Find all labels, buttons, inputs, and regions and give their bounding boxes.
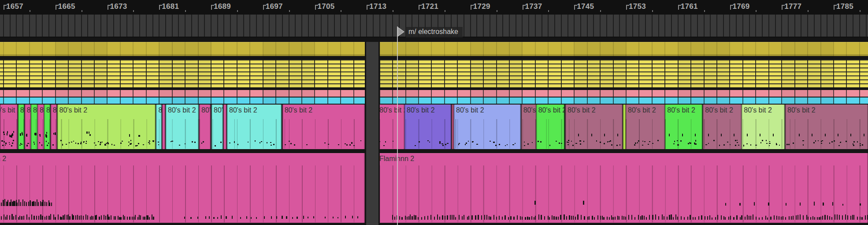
clip[interactable] (162, 105, 166, 149)
clip[interactable]: 80's bit 2 (703, 105, 741, 149)
clip[interactable]: 80's bit 2 (156, 105, 162, 149)
midi-note (534, 217, 534, 220)
midi-note (860, 217, 861, 220)
clip-label: 80's bit 2 (33, 106, 37, 114)
midi-note (657, 140, 659, 141)
midi-note (857, 141, 858, 142)
ruler-minor-tick (497, 10, 497, 12)
midi-note (525, 217, 526, 220)
beat-time-ruler[interactable]: 1657166516731681168916971705171317211729… (0, 0, 868, 15)
clip[interactable]: 80's bit 2 (565, 105, 623, 149)
midi-note (476, 144, 478, 145)
clip[interactable]: 80's bit 2 (0, 105, 18, 149)
ruler-minor-tick (652, 10, 653, 12)
midi-note (385, 141, 386, 142)
midi-note (793, 216, 794, 220)
midi-note (37, 199, 37, 206)
midi-note (534, 201, 536, 205)
clip[interactable]: 80's bit 2 (785, 105, 868, 149)
midi-note (128, 145, 129, 146)
clip[interactable]: 80's bit 2 (521, 105, 536, 149)
clip-bar-gridlines (199, 119, 211, 149)
midi-note (707, 216, 708, 220)
clip[interactable]: 80's bit 2 (199, 105, 211, 149)
track-flaminnn[interactable]: Flaminnn 2Flaminnn 2 (0, 153, 868, 223)
midi-note (1, 216, 2, 220)
midi-note (558, 217, 559, 220)
midi-note (20, 202, 21, 206)
midi-note (861, 217, 862, 220)
clip[interactable]: 80's bit 2 (227, 105, 282, 149)
midi-note (623, 216, 624, 220)
midi-note (721, 134, 722, 136)
midi-note (529, 217, 530, 220)
midi-note (634, 217, 635, 220)
clip[interactable]: Flaminnn 2 (0, 153, 365, 223)
midi-note (11, 199, 11, 206)
clip[interactable] (623, 105, 626, 149)
clip[interactable]: 80's bit 2 (404, 105, 451, 149)
midi-note (695, 140, 697, 141)
scrub-area[interactable] (0, 15, 868, 38)
clip[interactable]: 80's bit 2 (211, 105, 223, 149)
ruler-bar-label: 1673 (110, 2, 127, 11)
clip[interactable]: 80's bit 2 (18, 105, 25, 149)
midi-note (688, 143, 689, 144)
midi-note (735, 140, 736, 141)
clip-bar-gridlines (665, 119, 702, 149)
midi-note (527, 217, 528, 220)
clip[interactable]: 80's bit 2 (25, 105, 31, 149)
midi-note (779, 216, 779, 220)
midi-note (493, 215, 494, 220)
track-lane-cyan-strip[interactable] (0, 98, 868, 104)
clip[interactable]: 80's bit 2 (51, 105, 57, 149)
midi-note (864, 134, 864, 136)
clip[interactable]: 80's bit 2 (377, 105, 404, 149)
clip[interactable]: 80's bit 2 (31, 105, 37, 149)
midi-note (712, 218, 712, 220)
clip[interactable]: 80's bit 2 (665, 105, 702, 149)
clip[interactable]: 80's bit 2 (282, 105, 365, 149)
track-lane-salmon-strip[interactable] (0, 90, 868, 97)
midi-note (607, 217, 608, 220)
midi-note (786, 203, 786, 206)
midi-note (415, 215, 416, 220)
track-lane-yellow-notes-grid[interactable] (0, 60, 868, 87)
clip-label: Flaminnn 2 (379, 155, 414, 163)
midi-note (596, 140, 597, 142)
midi-note (839, 215, 840, 220)
clip[interactable]: 80's bit 2 (166, 105, 199, 149)
midi-note (674, 141, 675, 142)
midi-note (510, 216, 511, 220)
clip[interactable]: Flaminnn 2 (377, 153, 868, 223)
midi-note (803, 144, 804, 146)
midi-note (655, 214, 656, 220)
clip-label: 80's bit 2 (27, 106, 31, 114)
track-lane-mustard-clip[interactable] (0, 42, 868, 56)
midi-note (495, 145, 497, 146)
midi-note (124, 216, 125, 220)
clip[interactable]: 80's bit 2 (57, 105, 156, 149)
midi-note (346, 144, 347, 146)
midi-note (745, 217, 746, 220)
clip[interactable]: 80's bit 2 (37, 105, 44, 149)
midi-note (427, 140, 429, 141)
midi-note (505, 145, 506, 146)
clip[interactable]: 80's bit 2 (742, 105, 785, 149)
midi-note (783, 216, 783, 220)
midi-note (12, 142, 13, 143)
midi-note (33, 201, 34, 206)
clip[interactable]: 80's bit 2 (536, 105, 565, 149)
midi-note (46, 216, 47, 220)
midi-note (412, 216, 412, 220)
track-80s-bit[interactable]: 80's bit 280's bit 280's bit 280's bit 2… (0, 105, 868, 149)
clip[interactable]: 80's bit 2 (626, 105, 665, 149)
midi-note (137, 145, 138, 146)
midi-note (611, 215, 612, 220)
clip[interactable]: 80's bit 2 (44, 105, 50, 149)
midi-note (132, 217, 133, 220)
midi-note (85, 214, 86, 220)
clip[interactable]: 80's bit 2 (454, 105, 521, 149)
clip[interactable] (223, 105, 227, 149)
midi-note (120, 217, 121, 220)
